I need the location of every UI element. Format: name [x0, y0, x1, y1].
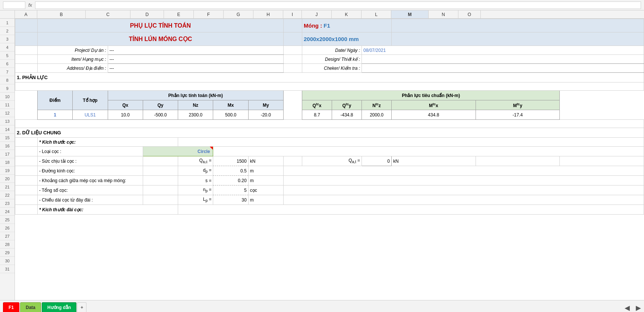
cell-mtcy-val: -17.4: [476, 110, 560, 120]
cell-loai-coc-dropdown[interactable]: Circle: [143, 147, 213, 156]
cell-sct-gap: [284, 156, 302, 166]
row-4: 4: [0, 43, 15, 52]
cell-qy-h: Qy: [143, 100, 178, 110]
row-31: 31: [0, 265, 15, 273]
cell-sep3: [284, 110, 302, 120]
cell-ra2-empty: [15, 100, 38, 110]
cell-i4: [284, 55, 302, 64]
col-header-n[interactable]: N: [429, 10, 458, 18]
col-header-d[interactable]: D: [130, 10, 164, 18]
row-7: 7: [0, 68, 15, 76]
cell-qtcx-h: Qtcx: [302, 100, 332, 110]
cell-dp-value[interactable]: 0.5: [213, 166, 248, 176]
cell-kc-rest: [284, 176, 644, 185]
row-1: 1: [0, 19, 15, 27]
tab-huong-dan[interactable]: Hướng dẫn: [42, 302, 76, 312]
col-header-g[interactable]: G: [224, 10, 253, 18]
tab-data[interactable]: Data: [20, 302, 41, 312]
checker-label: Cheker/ Kiểm tra :: [324, 66, 360, 71]
section2-title: 2. DỮ LIỆU CHUNG: [17, 130, 61, 135]
qat-unit: kN: [393, 159, 399, 164]
col-header-e[interactable]: E: [164, 10, 194, 18]
cell-d4-h4[interactable]: ---: [108, 55, 283, 64]
col-header-j[interactable]: J: [302, 10, 332, 18]
title-line1: PHỤ LỤC TÍNH TOÁN: [130, 22, 191, 29]
cell-dk-empty: [143, 166, 178, 176]
cell-nz-val: 2300.0: [178, 110, 213, 120]
pile-size-title: * Kích thước cọc:: [39, 140, 76, 145]
address-value: ---: [110, 66, 114, 71]
loai-coc-label: - Loại cọc :: [39, 149, 61, 154]
row-pile-size-header: * Kích thước cọc:: [15, 138, 644, 147]
cell-i2: [284, 32, 302, 46]
cell-j1-l1: Móng : F1: [302, 19, 392, 32]
cell-last2: [560, 100, 644, 110]
project-label: Project/ Dự án :: [75, 48, 106, 53]
cell-lp-value[interactable]: 30: [213, 195, 248, 205]
cell-reference-input[interactable]: [3, 1, 25, 9]
cell-s-value[interactable]: 0.20: [213, 176, 248, 185]
cell-d5-h5[interactable]: ---: [108, 64, 283, 73]
col-header-i[interactable]: I: [283, 10, 302, 18]
col-header-m[interactable]: M: [391, 10, 429, 18]
scroll-right-icon[interactable]: ▶: [636, 304, 641, 312]
formula-input[interactable]: [35, 1, 641, 9]
cell-np-value[interactable]: 5: [213, 185, 248, 195]
lp-unit: m: [250, 197, 254, 203]
cell-b3-c3: Project/ Dự án :: [38, 46, 108, 55]
col-header-l[interactable]: L: [362, 10, 391, 18]
fx-icon: fx: [28, 2, 32, 8]
col-header-b[interactable]: B: [37, 10, 86, 18]
cell-qtcy-h: Qtcy: [332, 100, 362, 110]
tong-so-coc-label: - Tổng số cọc:: [39, 188, 68, 193]
cell-tsc-label: - Tổng số cọc:: [38, 185, 143, 195]
row-loai-coc: - Loại cọc : Circle: [15, 147, 644, 156]
cell-nz-h: Nz: [178, 100, 213, 110]
cell-qat-unit: kN: [392, 156, 476, 166]
cell-my-val: -20.0: [248, 110, 283, 120]
row-reactions-h2: Qx Qy Nz Mx My Qtcx Qtcy Ntcz Mtcx Mtcy: [15, 100, 644, 110]
col-header-o[interactable]: O: [458, 10, 481, 18]
row-khoang-cach: - Khoảng cách giữa mép cọc và mép móng: …: [15, 176, 644, 185]
s-value: 0.20: [238, 178, 246, 183]
col-header-h[interactable]: H: [253, 10, 283, 18]
dp-label-text: dp =: [203, 168, 212, 173]
cell-ra-empty: [15, 91, 38, 100]
col-header-f[interactable]: F: [194, 10, 224, 18]
chieu-dai-label: - Chiều dài cọc từ đáy đài :: [39, 197, 93, 203]
cell-i5: [284, 64, 302, 73]
col-header-k[interactable]: K: [332, 10, 362, 18]
cell-qac-value[interactable]: 1500: [213, 156, 248, 166]
date-value: 08/07/2021: [363, 48, 386, 53]
cell-m2-o2: [392, 32, 644, 46]
cell-i3: [284, 46, 302, 55]
cell-m1-o1: [392, 19, 644, 32]
cell-cdc-a: [15, 195, 38, 205]
np-value: 5: [244, 188, 247, 193]
qac-value: 1500: [237, 159, 247, 164]
cell-l5-o5[interactable]: [362, 64, 644, 73]
cell-l3-o3[interactable]: 08/07/2021: [362, 46, 644, 55]
tab-add[interactable]: +: [77, 302, 86, 312]
lp-value: 30: [242, 197, 246, 203]
cell-ps-a: [15, 138, 38, 147]
cell-section1-title: 1. PHẢN LỰC: [15, 73, 644, 82]
row-21: 21: [0, 183, 15, 191]
cell-d3-h3[interactable]: ---: [108, 46, 283, 55]
col-header-c[interactable]: C: [86, 10, 130, 18]
row-reactions-data: 1 ULS1 10.0 -500.0 2300.0 500.0 -20.0 8.…: [15, 110, 644, 120]
cell-qy-val: -500.0: [143, 110, 178, 120]
cell-np-label: np =: [178, 185, 213, 195]
cell-mtcx-val: 434.8: [392, 110, 476, 120]
scroll-left-icon[interactable]: ◀: [625, 304, 630, 312]
cell-l4-o4[interactable]: [362, 55, 644, 64]
section1-title: 1. PHẢN LỰC: [17, 75, 48, 80]
size-value: 2000x2000x1000 mm: [304, 36, 359, 42]
row-11: 11: [0, 101, 15, 109]
row-30: 30: [0, 257, 15, 265]
tab-f1[interactable]: F1: [3, 302, 19, 312]
cell-qat-value[interactable]: 0: [362, 156, 392, 166]
kich-thuoc-dai-title: * Kích thước đài cọc:: [39, 207, 83, 212]
col-header-a[interactable]: A: [15, 10, 37, 18]
row-28: 28: [0, 240, 15, 249]
